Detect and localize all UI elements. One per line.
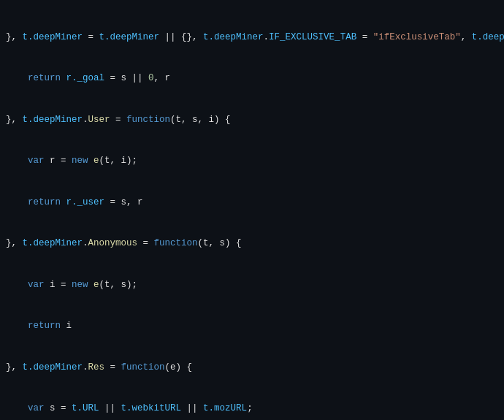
code-content: }, t.deepMiner = t.deepMiner || {}, t.de… xyxy=(0,0,504,420)
code-line: var i = new e(t, s); xyxy=(6,278,498,292)
code-editor: }, t.deepMiner = t.deepMiner || {}, t.de… xyxy=(0,0,504,420)
code-line: return r._user = s, r xyxy=(6,196,498,210)
code-line: var r = new e(t, i); xyxy=(6,154,498,168)
code-line: return r._goal = s || 0, r xyxy=(6,72,498,85)
code-line: }, t.deepMiner = t.deepMiner || {}, t.de… xyxy=(6,31,498,45)
code-line: var s = t.URL || t.webkitURL || t.mozURL… xyxy=(6,402,498,416)
code-line: return i xyxy=(6,319,498,333)
code-line: }, t.deepMiner.Anonymous = function(t, s… xyxy=(6,237,498,251)
code-line: }, t.deepMiner.User = function(t, s, i) … xyxy=(6,113,498,127)
code-line: }, t.deepMiner.Res = function(e) { xyxy=(6,361,498,375)
